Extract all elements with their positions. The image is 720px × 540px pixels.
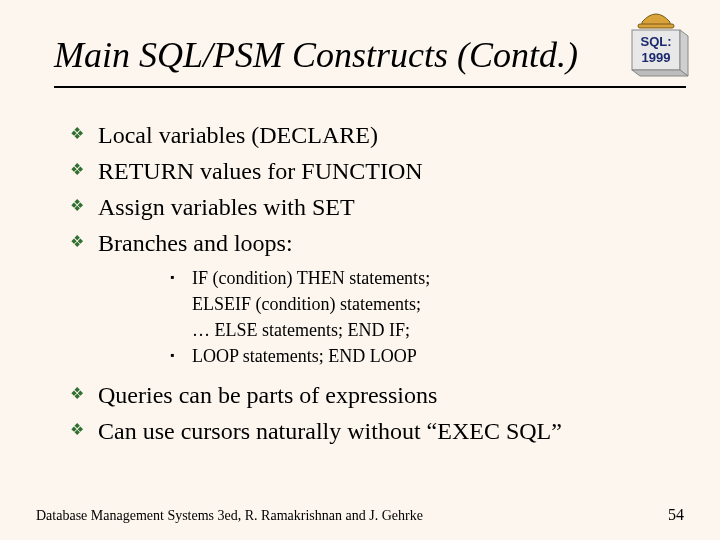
slide: Main SQL/PSM Constructs (Contd.) SQL: 19… xyxy=(0,0,720,540)
bullet-item: ❖ Local variables (DECLARE) xyxy=(70,120,680,150)
bullet-item: ❖ Branches and loops: xyxy=(70,228,680,258)
svg-marker-3 xyxy=(632,70,688,76)
content-area: ❖ Local variables (DECLARE) ❖ RETURN val… xyxy=(70,120,680,452)
square-bullet-icon: ▪ xyxy=(170,266,192,288)
slide-title: Main SQL/PSM Constructs (Contd.) xyxy=(54,34,640,76)
bullet-text: Can use cursors naturally without “EXEC … xyxy=(98,416,562,446)
bullet-item: ❖ RETURN values for FUNCTION xyxy=(70,156,680,186)
sub-list: ▪ IF (condition) THEN statements; ELSEIF… xyxy=(170,266,680,368)
bullet-text: Queries can be parts of expressions xyxy=(98,380,437,410)
bullet-text: Assign variables with SET xyxy=(98,192,355,222)
diamond-bullet-icon: ❖ xyxy=(70,156,98,184)
diamond-bullet-icon: ❖ xyxy=(70,228,98,256)
page-number: 54 xyxy=(668,506,684,524)
sql-1999-logo: SQL: 1999 xyxy=(620,8,692,78)
diamond-bullet-icon: ❖ xyxy=(70,380,98,408)
sub-bullet-text: IF (condition) THEN statements; xyxy=(192,266,430,290)
sub-bullet-text: … ELSE statements; END IF; xyxy=(192,318,410,342)
bullet-item: ❖ Queries can be parts of expressions xyxy=(70,380,680,410)
bullet-text: Branches and loops: xyxy=(98,228,293,258)
sub-bullet-cont: ELSEIF (condition) statements; xyxy=(170,292,680,316)
sub-bullet-cont: … ELSE statements; END IF; xyxy=(170,318,680,342)
svg-rect-0 xyxy=(638,24,674,28)
diamond-bullet-icon: ❖ xyxy=(70,120,98,148)
diamond-bullet-icon: ❖ xyxy=(70,192,98,220)
sub-bullet-text: LOOP statements; END LOOP xyxy=(192,344,417,368)
bullet-text: RETURN values for FUNCTION xyxy=(98,156,423,186)
logo-text-2: 1999 xyxy=(642,50,671,65)
title-underline xyxy=(54,86,686,88)
bullet-text: Local variables (DECLARE) xyxy=(98,120,378,150)
bullet-item: ❖ Assign variables with SET xyxy=(70,192,680,222)
diamond-bullet-icon: ❖ xyxy=(70,416,98,444)
logo-text-1: SQL: xyxy=(640,34,671,49)
sub-bullet-item: ▪ IF (condition) THEN statements; xyxy=(170,266,680,290)
square-bullet-icon: ▪ xyxy=(170,344,192,366)
sub-bullet-text: ELSEIF (condition) statements; xyxy=(192,292,421,316)
svg-marker-2 xyxy=(680,30,688,76)
footer-citation: Database Management Systems 3ed, R. Rama… xyxy=(36,508,423,524)
sub-bullet-item: ▪ LOOP statements; END LOOP xyxy=(170,344,680,368)
bullet-item: ❖ Can use cursors naturally without “EXE… xyxy=(70,416,680,446)
